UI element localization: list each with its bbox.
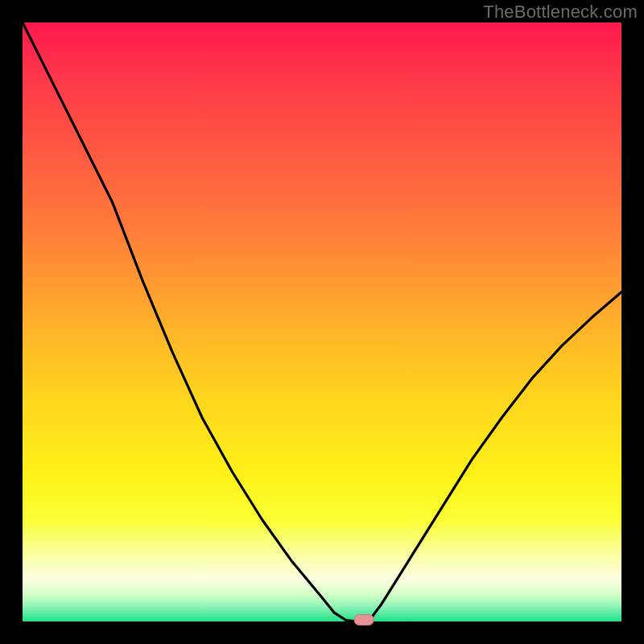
bottleneck-chart [0,0,644,644]
chart-canvas: TheBottleneck.com [0,0,644,644]
attribution-label: TheBottleneck.com [483,2,638,23]
gradient-background [23,23,621,621]
optimal-point-marker [354,615,374,625]
